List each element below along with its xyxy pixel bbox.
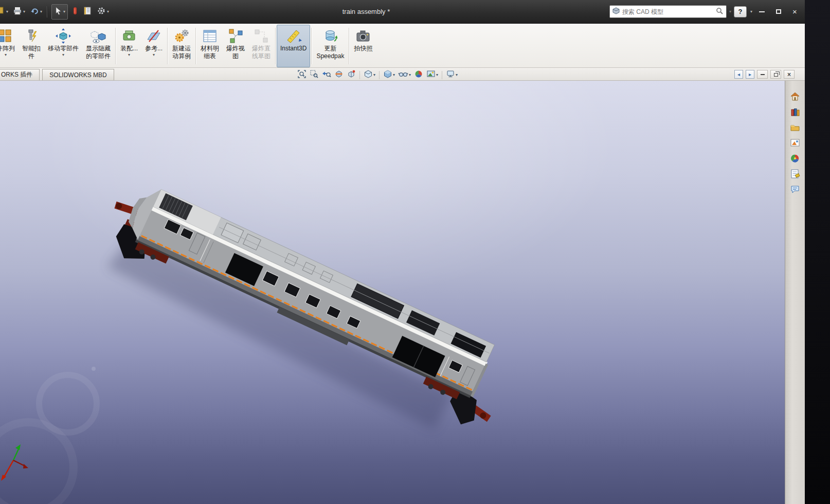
ribbon-button-move-component[interactable]: 移动零部件 ▾ — [44, 25, 82, 67]
document-close-button[interactable]: × — [784, 70, 795, 79]
tab-solidworks-mbd[interactable]: SOLIDWORKS MBD — [42, 69, 114, 80]
clipped-toolbar-button[interactable]: ▾ — [0, 4, 10, 20]
minimize-button[interactable] — [755, 6, 769, 17]
gear-icon — [97, 6, 106, 17]
previous-view-button[interactable] — [321, 69, 332, 80]
display-style-button[interactable]: ▾ — [382, 69, 396, 80]
design-library-button[interactable] — [788, 106, 803, 119]
ribbon-button-smart-fasteners[interactable]: 智能扣 件 — [19, 25, 44, 67]
dynamic-annotation-views-icon — [347, 69, 356, 81]
hud-separator — [359, 71, 360, 79]
view-palette-icon — [790, 138, 800, 150]
custom-properties-icon — [790, 169, 800, 181]
solidworks-resources-button[interactable] — [788, 91, 803, 104]
section-view-icon — [334, 69, 344, 81]
select-tool-button[interactable]: ▾ — [51, 4, 68, 20]
print-icon — [13, 6, 22, 17]
status-indicator-button[interactable] — [70, 4, 80, 20]
assembly-features-icon — [121, 27, 137, 45]
motion-study-icon — [174, 27, 189, 45]
undo-icon — [30, 6, 39, 17]
maximize-button[interactable] — [771, 6, 785, 17]
document-restore-button[interactable] — [770, 70, 781, 79]
quick-access-toolbar: ▾ ▾ ▾ ▾ ▾ — [0, 0, 111, 24]
clipped-icon — [0, 6, 5, 17]
undo-button[interactable]: ▾ — [28, 4, 44, 20]
file-explorer-button[interactable] — [788, 122, 803, 135]
apply-scene-button[interactable]: ▾ — [425, 69, 439, 80]
ribbon-button-show-hidden-components[interactable]: 显示隐藏 的零部件 — [82, 25, 114, 67]
ribbon-button-exploded-view[interactable]: 爆炸视 图 — [223, 25, 248, 67]
view-settings-icon — [446, 69, 455, 81]
zoom-to-fit-button[interactable] — [296, 69, 308, 80]
help-dropdown[interactable]: ▾ — [750, 9, 752, 14]
ribbon-button-new-motion-study[interactable]: 新建运 动算例 — [169, 25, 194, 67]
view-settings-button[interactable]: ▾ — [445, 69, 459, 80]
tab-solidworks-addins[interactable]: ORKS 插件 — [0, 69, 40, 80]
task-pane-tab-strip — [785, 81, 805, 504]
search-icon[interactable] — [715, 7, 724, 17]
hide-show-items-button[interactable]: ▾ — [397, 69, 412, 80]
component-pattern-icon — [0, 27, 13, 45]
maximize-icon — [776, 9, 781, 14]
folder-icon — [790, 122, 800, 135]
forum-button[interactable] — [788, 184, 803, 196]
titlebar: ▾ ▾ ▾ ▾ ▾ — [0, 0, 805, 24]
view-palette-button[interactable] — [788, 137, 803, 150]
ribbon-button-explode-line-sketch: 爆炸直 线草图 — [248, 25, 274, 67]
previous-document-button[interactable]: ◂ — [734, 70, 743, 79]
status-indicator-icon — [72, 6, 78, 17]
speech-bubble-icon — [790, 184, 800, 196]
home-icon — [790, 92, 800, 104]
move-component-icon — [56, 27, 71, 45]
zoom-to-area-icon — [310, 69, 319, 81]
search-dropdown[interactable]: ▾ — [729, 9, 731, 14]
view-orientation-button[interactable]: ▾ — [363, 69, 376, 80]
document-minimize-button[interactable] — [757, 70, 768, 79]
hud-separator — [379, 71, 380, 79]
appearances-color-wheel-icon — [790, 153, 800, 166]
print-button[interactable]: ▾ — [11, 4, 27, 20]
ribbon-button-take-snapshot[interactable]: 拍快照 — [350, 25, 376, 67]
orientation-triad — [1, 444, 28, 481]
zoom-to-area-button[interactable] — [309, 69, 320, 80]
ribbon-button-bill-of-materials[interactable]: 材料明 细表 — [197, 25, 223, 67]
cad-model-cube-icon — [612, 7, 620, 16]
document-restore-icon — [774, 73, 778, 77]
dynamic-annotation-views-button[interactable] — [346, 69, 357, 80]
heads-up-view-toolbar: ▾ ▾ ▾ ▾ ▾ — [296, 69, 459, 80]
options-button[interactable]: ▾ — [95, 4, 111, 20]
explode-line-sketch-icon — [254, 27, 269, 45]
hud-separator — [442, 71, 442, 79]
document-window-controls: ◂ ▸ × — [734, 70, 795, 79]
edit-appearance-button[interactable] — [413, 69, 424, 80]
previous-view-icon — [322, 69, 331, 81]
ribbon-button-reference-geometry[interactable]: 参考... ▾ — [141, 25, 166, 67]
notes-icon — [83, 6, 92, 17]
hide-show-items-icon — [398, 69, 408, 81]
ribbon-button-component-pattern[interactable]: 件阵列 ▾ — [0, 25, 19, 67]
ribbon-button-assembly-features[interactable]: 装配... ▾ — [117, 25, 141, 67]
next-document-button[interactable]: ▸ — [746, 70, 754, 79]
appearances-scenes-button[interactable] — [788, 153, 803, 166]
ribbon-button-update-speedpak[interactable]: 更新 Speedpak — [313, 25, 348, 67]
notes-button[interactable] — [81, 4, 94, 20]
instant3d-icon — [285, 27, 302, 45]
bill-of-materials-icon — [202, 27, 218, 45]
view-orientation-icon — [364, 69, 373, 81]
help-button[interactable]: ? — [734, 6, 747, 17]
minimize-icon — [759, 11, 765, 12]
ribbon-button-instant3d[interactable]: Instant3D — [277, 25, 310, 67]
custom-properties-button[interactable] — [788, 168, 803, 181]
smart-fasteners-icon — [24, 27, 39, 45]
snapshot-camera-icon — [355, 27, 371, 45]
train-model[interactable] — [93, 174, 519, 435]
ribbon-separator — [167, 28, 168, 64]
close-button[interactable]: × — [788, 6, 802, 17]
search-input[interactable] — [622, 8, 713, 15]
section-view-button[interactable] — [333, 69, 345, 80]
graphics-area[interactable] — [0, 81, 785, 504]
search-cad-models[interactable] — [609, 5, 727, 18]
lens-flare — [0, 367, 97, 504]
apply-scene-icon — [426, 69, 436, 81]
